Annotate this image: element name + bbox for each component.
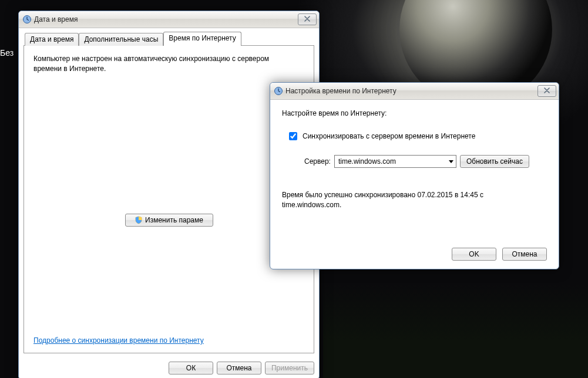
learn-more-link[interactable]: Подробнее о синхронизации времени по Инт… bbox=[33, 336, 204, 345]
date-time-title: Дата и время bbox=[34, 15, 298, 23]
settings-title: Настройка времени по Интернету bbox=[285, 87, 537, 95]
sync-checkbox[interactable] bbox=[289, 132, 297, 140]
cancel-button[interactable]: Отмена bbox=[217, 362, 261, 374]
internet-time-settings-dialog: Настройка времени по Интернету Настройте… bbox=[270, 82, 559, 269]
tab-extra-clocks[interactable]: Дополнительные часы bbox=[79, 33, 163, 46]
main-dialog-buttons: ОК Отмена Применить bbox=[19, 358, 319, 378]
close-icon bbox=[543, 87, 550, 95]
clock-icon bbox=[22, 15, 32, 24]
shield-icon bbox=[135, 216, 143, 224]
settings-dialog-buttons: OK Отмена bbox=[282, 248, 547, 261]
date-time-titlebar[interactable]: Дата и время bbox=[19, 11, 319, 28]
server-value: time.windows.com bbox=[338, 157, 396, 166]
desktop-background: Без Дата и время Дата и время Дополнител… bbox=[0, 0, 588, 378]
apply-button[interactable]: Применить bbox=[265, 362, 314, 374]
close-icon bbox=[304, 15, 311, 23]
server-label: Сервер: bbox=[304, 157, 331, 166]
close-button[interactable] bbox=[298, 14, 317, 25]
ok-button[interactable]: ОК bbox=[169, 362, 213, 374]
tab-row: Дата и время Дополнительные часы Время п… bbox=[25, 32, 314, 46]
sync-status-text: Время было успешно синхронизировано 07.0… bbox=[282, 190, 535, 210]
server-combobox[interactable]: time.windows.com bbox=[334, 155, 456, 168]
tab-internet-time[interactable]: Время по Интернету bbox=[163, 32, 241, 46]
update-now-button[interactable]: Обновить сейчас bbox=[460, 155, 529, 168]
clock-icon bbox=[274, 86, 283, 96]
change-settings-label: Изменить параме bbox=[145, 216, 203, 224]
landscape-graphic bbox=[323, 284, 588, 378]
chevron-down-icon bbox=[449, 160, 453, 163]
cancel-button[interactable]: Отмена bbox=[502, 248, 547, 261]
change-settings-button[interactable]: Изменить параме bbox=[125, 214, 213, 227]
desktop-partial-text: Без bbox=[0, 48, 14, 58]
tab-datetime[interactable]: Дата и время bbox=[25, 33, 79, 46]
settings-heading: Настройте время по Интернету: bbox=[282, 109, 547, 117]
sync-info-text: Компьютер не настроен на автоматическую … bbox=[33, 54, 292, 74]
ok-button[interactable]: OK bbox=[452, 248, 496, 261]
close-button[interactable] bbox=[537, 85, 556, 97]
settings-titlebar[interactable]: Настройка времени по Интернету bbox=[270, 83, 559, 100]
sync-checkbox-label: Синхронизировать с сервером времени в Ин… bbox=[303, 132, 475, 140]
